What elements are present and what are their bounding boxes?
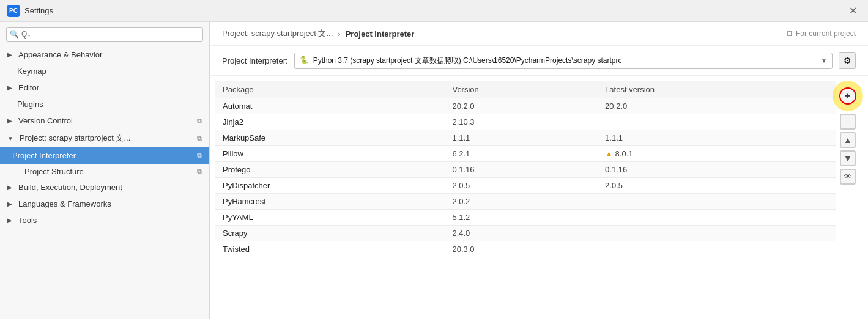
gear-button[interactable]: ⚙ [839, 52, 856, 69]
content-panel: Project: scrapy startproject 文... › Proj… [210, 22, 868, 319]
sidebar-item-build-execution[interactable]: ▶ Build, Execution, Deployment [0, 179, 209, 196]
package-latest [598, 226, 836, 241]
package-version: 2.0.2 [445, 194, 598, 210]
package-latest [598, 210, 836, 226]
interpreter-value: Python 3.7 (scrapy startproject 文章数据爬取) … [313, 56, 817, 66]
table-row[interactable]: PyYAML 5.1.2 [215, 210, 836, 226]
table-row[interactable]: MarkupSafe 1.1.1 1.1.1 [215, 130, 836, 146]
chevron-down-icon: ▼ [821, 57, 827, 64]
sidebar-item-editor[interactable]: ▶ Editor [0, 79, 209, 96]
sidebar-item-plugins[interactable]: Plugins [0, 96, 209, 112]
sidebar-item-languages-frameworks[interactable]: ▶ Languages & Frameworks [0, 196, 209, 212]
chevron-right-icon: ▶ [7, 184, 12, 191]
project-icon: 🗒 [786, 29, 793, 38]
package-name: Jinja2 [215, 114, 445, 130]
package-latest: 2.0.5 [598, 178, 836, 194]
search-box[interactable]: 🔍 [6, 27, 203, 42]
remove-package-button[interactable]: − [840, 114, 856, 130]
package-version: 20.2.0 [445, 98, 598, 114]
package-name: Pillow [215, 146, 445, 162]
sidebar-item-label: Project Structure [24, 167, 84, 176]
col-package: Package [215, 81, 445, 98]
sidebar-item-project-scrapy[interactable]: ▼ Project: scrapy startproject 文... ⧉ [0, 129, 209, 147]
chevron-right-icon: ▶ [7, 51, 12, 58]
sidebar-item-label: Plugins [17, 100, 43, 109]
table-row[interactable]: Scrapy 2.4.0 [215, 226, 836, 241]
interpreter-select[interactable]: 🐍 Python 3.7 (scrapy startproject 文章数据爬取… [294, 53, 833, 69]
table-row[interactable]: PyHamcrest 2.0.2 [215, 194, 836, 210]
eye-button[interactable]: 👁 [840, 169, 856, 185]
table-row[interactable]: Automat 20.2.0 20.2.0 [215, 98, 836, 114]
col-version: Version [445, 81, 598, 98]
minus-icon: − [845, 117, 850, 127]
package-name: Protego [215, 162, 445, 178]
up-arrow-icon: ▲ [844, 135, 852, 145]
sidebar-item-label: Project Interpreter [12, 151, 76, 160]
scroll-up-button[interactable]: ▲ [840, 132, 856, 148]
package-version: 2.10.3 [445, 114, 598, 130]
copy-icon: ⧉ [197, 134, 202, 142]
package-latest [598, 194, 836, 210]
copy-icon: ⧉ [197, 167, 202, 175]
package-version: 0.1.16 [445, 162, 598, 178]
package-name: Scrapy [215, 226, 445, 241]
sidebar-item-label: Appearance & Behavior [18, 50, 102, 59]
add-button-wrapper: + [833, 81, 863, 111]
package-version: 6.2.1 [445, 146, 598, 162]
package-name: MarkupSafe [215, 130, 445, 146]
search-icon: 🔍 [10, 30, 19, 38]
package-version: 5.1.2 [445, 210, 598, 226]
right-toolbar: + − ▲ ▼ 👁 [836, 81, 856, 314]
sidebar-item-label: Version Control [18, 116, 73, 125]
chevron-right-icon: ▶ [7, 200, 12, 207]
table-row[interactable]: Protego 0.1.16 0.1.16 [215, 162, 836, 178]
package-latest: ▲ 8.0.1 [598, 146, 836, 162]
sidebar-item-label: Project: scrapy startproject 文... [20, 133, 130, 144]
package-name: PyHamcrest [215, 194, 445, 210]
table-row[interactable]: Pillow 6.2.1 ▲ 8.0.1 [215, 146, 836, 162]
search-input[interactable] [6, 27, 203, 42]
col-latest-version: Latest version [598, 81, 836, 98]
sidebar-item-appearance-behavior[interactable]: ▶ Appearance & Behavior [0, 46, 209, 63]
interpreter-label: Project Interpreter: [222, 56, 288, 65]
sidebar-item-label: Tools [18, 216, 37, 225]
breadcrumb: Project: scrapy startproject 文... › Proj… [210, 22, 868, 46]
sidebar-item-tools[interactable]: ▶ Tools [0, 212, 209, 229]
sidebar-item-keymap[interactable]: Keymap [0, 63, 209, 79]
app-logo: PC [7, 5, 20, 17]
project-label: 🗒 For current project [786, 29, 856, 38]
window-title: Settings [24, 6, 53, 15]
sidebar: 🔍 ▶ Appearance & Behavior Keymap ▶ Edito… [0, 22, 210, 319]
copy-icon: ⧉ [197, 117, 202, 125]
sidebar-item-project-interpreter[interactable]: Project Interpreter ⧉ [0, 147, 209, 164]
down-arrow-icon: ▼ [844, 153, 852, 163]
packages-table: Package Version Latest version Automat 2… [215, 81, 836, 257]
python-icon: 🐍 [300, 56, 310, 65]
package-name: PyYAML [215, 210, 445, 226]
add-package-button[interactable]: + [839, 87, 856, 105]
table-row[interactable]: PyDispatcher 2.0.5 2.0.5 [215, 178, 836, 194]
chevron-right-icon: ▶ [7, 84, 12, 91]
package-version: 20.3.0 [445, 241, 598, 257]
sidebar-item-label: Editor [18, 83, 39, 92]
breadcrumb-separator: › [338, 29, 340, 38]
sidebar-item-label: Build, Execution, Deployment [18, 183, 122, 192]
breadcrumb-current: Project Interpreter [346, 29, 415, 38]
sidebar-item-version-control[interactable]: ▶ Version Control ⧉ [0, 112, 209, 129]
chevron-right-icon: ▶ [7, 117, 12, 124]
packages-table-wrapper[interactable]: Package Version Latest version Automat 2… [215, 81, 836, 314]
table-header-row: Package Version Latest version [215, 81, 836, 98]
package-latest: 0.1.16 [598, 162, 836, 178]
sidebar-item-project-structure[interactable]: Project Structure ⧉ [0, 164, 209, 179]
close-button[interactable]: ✕ [845, 4, 861, 18]
package-version: 2.4.0 [445, 226, 598, 241]
package-name: Automat [215, 98, 445, 114]
project-label-text: For current project [796, 29, 856, 38]
table-row[interactable]: Twisted 20.3.0 [215, 241, 836, 257]
scroll-down-button[interactable]: ▼ [840, 150, 856, 166]
main-container: 🔍 ▶ Appearance & Behavior Keymap ▶ Edito… [0, 22, 868, 319]
chevron-right-icon: ▶ [7, 217, 12, 224]
table-row[interactable]: Jinja2 2.10.3 [215, 114, 836, 130]
package-latest [598, 114, 836, 130]
package-latest: 1.1.1 [598, 130, 836, 146]
